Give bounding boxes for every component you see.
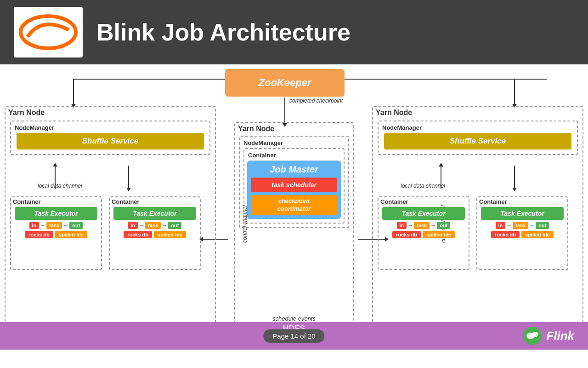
storage-row-left-1: rocks db spilled file	[11, 231, 101, 238]
io-task-right-2: task	[513, 222, 528, 229]
diagram-area: Network data channel ZooKeeper completed…	[0, 64, 588, 350]
io-row-left-1: in → task → out	[11, 222, 101, 229]
yarn-node-center-label: Yarn Node	[238, 125, 350, 133]
header: Blink Job Architecture	[0, 0, 588, 64]
logo	[14, 7, 83, 58]
checkpoint-coordinator-label: checkpointcoordinator	[277, 197, 311, 213]
node-manager-right: NodeManager Shuffle Service	[378, 121, 578, 155]
storage-row-right-1: rocks db spilled file	[379, 231, 469, 238]
completed-checkpoint-label: completed checkpoint	[289, 98, 343, 104]
container-left-1: Container Task Executor in → task → out …	[10, 196, 102, 270]
rocks-db-left-2: rocks db	[124, 231, 152, 238]
te-right-1-label: Task Executor	[401, 210, 445, 217]
node-manager-center: NodeManager Container Job Master task sc…	[239, 136, 349, 228]
io-in-right-2: in	[496, 222, 506, 229]
footer: HDFS Page 14 of 20 Flink	[0, 322, 588, 350]
yarn-node-right: Yarn Node NodeManager Shuffle Service lo…	[372, 106, 583, 350]
nm-center-label: NodeManager	[243, 139, 345, 146]
container-center-label: Container	[248, 152, 340, 159]
zookeeper-box: ZooKeeper	[225, 69, 345, 97]
zookeeper-label: ZooKeeper	[259, 77, 311, 89]
rocks-db-left-1: rocks db	[25, 231, 53, 238]
nm-right-label: NodeManager	[382, 124, 573, 131]
page-indicator: Page 14 of 20	[263, 329, 324, 343]
container-right-2: Container Task Executor in → task → out …	[476, 196, 568, 270]
schedule-events-label: schedule events	[272, 315, 316, 322]
task-executor-right-1: Task Executor	[382, 207, 465, 220]
io-out-right-2: out	[536, 222, 549, 229]
shuffle-service-right: Shuffle Service	[384, 133, 571, 150]
io-row-left-2: in → task → out	[110, 222, 200, 229]
rocks-db-right-2: rocks db	[491, 231, 520, 238]
task-executor-left-1: Task Executor	[15, 207, 97, 220]
task-executor-right-2: Task Executor	[481, 207, 564, 220]
yarn-node-left-label: Yarn Node	[8, 109, 212, 117]
io-out-left-1: out	[69, 222, 83, 229]
node-manager-left: NodeManager Shuffle Service	[10, 121, 210, 155]
shuffle-service-left: Shuffle Service	[17, 133, 204, 150]
shuffle-service-left-label: Shuffle Service	[82, 137, 139, 146]
nm-left-label: NodeManager	[15, 124, 206, 131]
yarn-node-left: Yarn Node NodeManager Shuffle Service lo…	[5, 106, 216, 350]
io-row-right-1: in → task → out	[379, 222, 469, 229]
storage-row-left-2: rocks db spilled file	[110, 231, 200, 238]
spilled-file-right-1: spilled file	[423, 231, 455, 238]
io-task-left-2: task	[145, 222, 161, 229]
io-in-left-1: in	[29, 222, 40, 229]
svg-point-32	[532, 332, 538, 337]
checkpoint-coordinator-box: checkpointcoordinator	[251, 195, 337, 215]
container-left-2: Container Task Executor in → task → out …	[109, 196, 201, 270]
job-master-label: Job Master	[251, 164, 337, 175]
container-left-1-label: Container	[13, 198, 99, 205]
shuffle-service-right-label: Shuffle Service	[450, 137, 506, 146]
container-right-1-label: Container	[380, 198, 467, 205]
flink-brand: Flink	[523, 327, 574, 345]
io-in-right-1: in	[397, 222, 407, 229]
spilled-file-left-2: spilled file	[154, 231, 186, 238]
task-scheduler-box: task scheduler	[251, 178, 337, 192]
te-left-1-label: Task Executor	[34, 210, 78, 217]
te-right-2-label: Task Executor	[500, 210, 544, 217]
wechat-icon	[523, 327, 542, 345]
task-executor-left-2: Task Executor	[113, 207, 196, 220]
te-left-2-label: Task Executor	[133, 210, 176, 217]
spilled-file-left-1: spilled file	[55, 231, 87, 238]
io-in-left-2: in	[128, 222, 138, 229]
alicloud-logo-icon	[18, 12, 78, 53]
io-out-left-2: out	[168, 222, 181, 229]
flink-label: Flink	[546, 329, 574, 343]
container-right-1: Container Task Executor in → task → out …	[378, 196, 469, 270]
yarn-node-right-label: Yarn Node	[376, 109, 580, 117]
container-center: Container Job Master task scheduler chec…	[243, 148, 345, 224]
job-master-box: Job Master task scheduler checkpointcoor…	[247, 161, 341, 219]
io-task-right-1: task	[414, 222, 430, 229]
local-data-channel-right-label: local data channel	[401, 183, 445, 189]
control-channel-left-label: control channel	[242, 205, 248, 242]
io-row-right-2: in → task → out	[477, 222, 567, 229]
yarn-node-center: Yarn Node NodeManager Container Job Mast…	[234, 122, 354, 331]
local-data-channel-left-label: local data channel	[38, 183, 82, 189]
wechat-logo-icon	[526, 330, 539, 341]
io-out-right-1: out	[437, 222, 450, 229]
task-scheduler-label: task scheduler	[271, 181, 317, 189]
container-left-2-label: Container	[112, 198, 198, 205]
io-task-left-1: task	[46, 222, 62, 229]
rocks-db-right-1: rocks db	[392, 231, 421, 238]
page-title: Blink Job Architecture	[96, 18, 351, 46]
storage-row-right-2: rocks db spilled file	[477, 231, 567, 238]
container-right-2-label: Container	[479, 198, 565, 205]
spilled-file-right-2: spilled file	[521, 231, 554, 238]
